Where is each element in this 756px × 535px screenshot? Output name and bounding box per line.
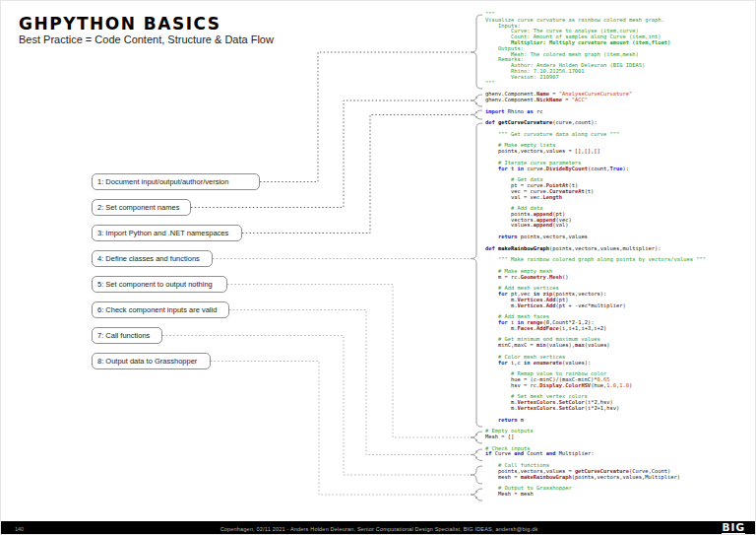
slide: GHPYTHON BASICS Best Practice = Code Con… — [0, 0, 756, 535]
code-brace-6 — [471, 449, 482, 461]
connector-3 — [242, 115, 470, 234]
code-brace-1 — [471, 15, 482, 89]
step-box-8: 8: Output data to Grasshopper — [92, 353, 211, 369]
code-brace-4 — [471, 123, 482, 427]
connector-1 — [260, 52, 470, 182]
code-brace-5 — [471, 432, 482, 443]
code-line: Mesh = mesh — [485, 492, 751, 498]
connector-6 — [229, 310, 470, 455]
step-box-1: 1: Document input/output/author/version — [92, 173, 260, 190]
step-box-6: 6: Check component inputs are valid — [92, 301, 229, 318]
step-box-3: 3: Import Python and .NET namespaces — [92, 225, 242, 241]
connector-2 — [191, 100, 470, 208]
step-box-5: 5: Set component to output nothing — [92, 276, 227, 293]
step-box-4: 4: Define classes and functions — [92, 250, 213, 267]
code-block: """Visualize curve curvature as rainbow … — [485, 12, 751, 498]
connector-8 — [211, 362, 470, 496]
code-brace-2 — [471, 95, 482, 106]
code-brace-3 — [471, 110, 482, 119]
step-box-7: 7: Call functions — [92, 327, 162, 344]
code-brace-7 — [471, 466, 482, 484]
code-brace-8 — [471, 489, 482, 501]
connector-5 — [227, 285, 470, 438]
step-box-2: 2: Set component names — [92, 199, 191, 216]
